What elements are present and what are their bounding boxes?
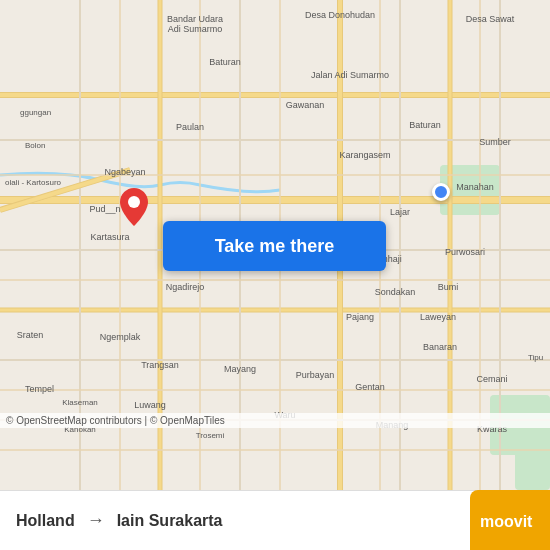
svg-text:Bumi: Bumi (438, 282, 459, 292)
svg-text:Tempel: Tempel (25, 384, 54, 394)
svg-text:Karangasem: Karangasem (339, 150, 390, 160)
destination-label: Iain Surakarta (117, 512, 223, 530)
svg-text:Sumber: Sumber (479, 137, 511, 147)
svg-text:Pajang: Pajang (346, 312, 374, 322)
svg-text:Banaran: Banaran (423, 342, 457, 352)
svg-text:Laweyan: Laweyan (420, 312, 456, 322)
svg-text:Klaseman: Klaseman (62, 398, 98, 407)
svg-text:Sondakan: Sondakan (375, 287, 416, 297)
svg-text:Baturan: Baturan (209, 57, 241, 67)
arrow-icon: → (87, 510, 105, 531)
svg-text:Trangsan: Trangsan (141, 360, 179, 370)
svg-text:Cemani: Cemani (476, 374, 507, 384)
svg-text:Purbayan: Purbayan (296, 370, 335, 380)
svg-text:Purwosari: Purwosari (445, 247, 485, 257)
destination-marker (432, 183, 450, 201)
svg-text:Bandar Udara: Bandar Udara (167, 14, 223, 24)
moovit-logo: moovit (470, 490, 550, 550)
svg-text:Adi Sumarmo: Adi Sumarmo (168, 24, 223, 34)
svg-text:Gentan: Gentan (355, 382, 385, 392)
svg-point-79 (128, 196, 140, 208)
svg-text:Mayang: Mayang (224, 364, 256, 374)
origin-marker (120, 188, 148, 230)
svg-text:Ngadirejo: Ngadirejo (166, 282, 205, 292)
svg-text:Jalan Adi Sumarmo: Jalan Adi Sumarmo (311, 70, 389, 80)
map-container: Bandar Udara Adi Sumarmo Desa Donohudan … (0, 0, 550, 490)
svg-text:Lajar: Lajar (390, 207, 410, 217)
map-attribution: © OpenStreetMap contributors | © OpenMap… (0, 413, 550, 428)
svg-text:Manahan: Manahan (456, 182, 494, 192)
take-me-there-button[interactable]: Take me there (163, 221, 386, 271)
svg-text:Pud__n: Pud__n (89, 204, 120, 214)
svg-text:Sraten: Sraten (17, 330, 44, 340)
bottom-bar: Holland → Iain Surakarta moovit (0, 490, 550, 550)
origin-label: Holland (16, 512, 75, 530)
svg-text:Trosemi: Trosemi (196, 431, 225, 440)
svg-text:Kartasura: Kartasura (90, 232, 129, 242)
svg-text:Gawanan: Gawanan (286, 100, 325, 110)
svg-text:Ngabeyan: Ngabeyan (104, 167, 145, 177)
svg-text:Bolon: Bolon (25, 141, 45, 150)
svg-text:Luwang: Luwang (134, 400, 166, 410)
svg-text:ggungan: ggungan (20, 108, 51, 117)
svg-text:Paulan: Paulan (176, 122, 204, 132)
svg-text:Tipu: Tipu (528, 353, 543, 362)
svg-text:olali - Kartosuro: olali - Kartosuro (5, 178, 62, 187)
svg-text:Ngemplak: Ngemplak (100, 332, 141, 342)
svg-text:Desa Donohudan: Desa Donohudan (305, 10, 375, 20)
svg-text:Baturan: Baturan (409, 120, 441, 130)
svg-text:moovit: moovit (480, 513, 533, 530)
svg-text:Desa Sawat: Desa Sawat (466, 14, 515, 24)
